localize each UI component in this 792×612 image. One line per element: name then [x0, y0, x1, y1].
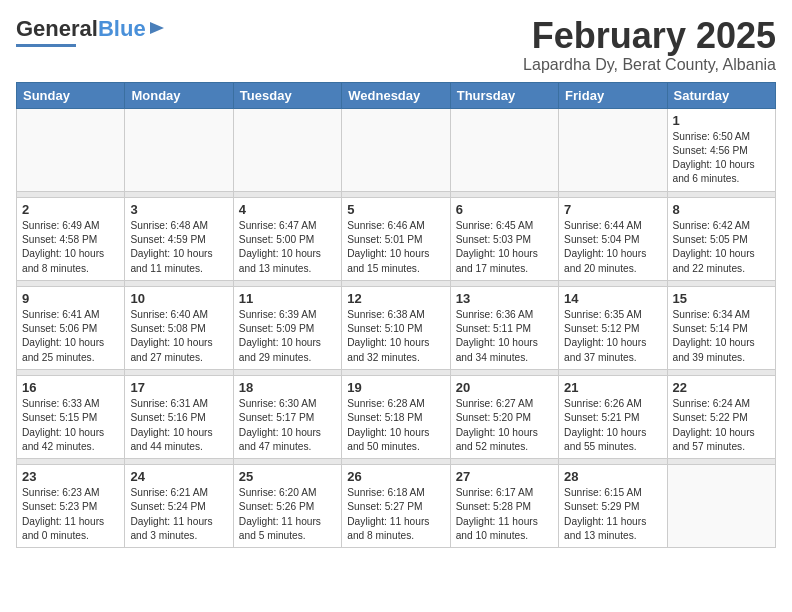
day-info: Sunrise: 6:27 AM Sunset: 5:20 PM Dayligh…	[456, 397, 553, 454]
calendar-cell	[559, 108, 667, 191]
logo-underline	[16, 44, 76, 47]
calendar-cell: 13Sunrise: 6:36 AM Sunset: 5:11 PM Dayli…	[450, 286, 558, 369]
calendar-cell: 27Sunrise: 6:17 AM Sunset: 5:28 PM Dayli…	[450, 465, 558, 548]
col-wednesday: Wednesday	[342, 82, 450, 108]
calendar-week-row: 2Sunrise: 6:49 AM Sunset: 4:58 PM Daylig…	[17, 197, 776, 280]
day-info: Sunrise: 6:21 AM Sunset: 5:24 PM Dayligh…	[130, 486, 227, 543]
day-info: Sunrise: 6:36 AM Sunset: 5:11 PM Dayligh…	[456, 308, 553, 365]
day-number: 21	[564, 380, 661, 395]
col-thursday: Thursday	[450, 82, 558, 108]
calendar-week-row: 23Sunrise: 6:23 AM Sunset: 5:23 PM Dayli…	[17, 465, 776, 548]
calendar-cell: 24Sunrise: 6:21 AM Sunset: 5:24 PM Dayli…	[125, 465, 233, 548]
calendar-cell: 14Sunrise: 6:35 AM Sunset: 5:12 PM Dayli…	[559, 286, 667, 369]
col-monday: Monday	[125, 82, 233, 108]
calendar-cell: 20Sunrise: 6:27 AM Sunset: 5:20 PM Dayli…	[450, 375, 558, 458]
day-info: Sunrise: 6:50 AM Sunset: 4:56 PM Dayligh…	[673, 130, 770, 187]
calendar-cell: 15Sunrise: 6:34 AM Sunset: 5:14 PM Dayli…	[667, 286, 775, 369]
day-info: Sunrise: 6:35 AM Sunset: 5:12 PM Dayligh…	[564, 308, 661, 365]
day-number: 23	[22, 469, 119, 484]
day-number: 22	[673, 380, 770, 395]
calendar-cell: 28Sunrise: 6:15 AM Sunset: 5:29 PM Dayli…	[559, 465, 667, 548]
day-info: Sunrise: 6:33 AM Sunset: 5:15 PM Dayligh…	[22, 397, 119, 454]
day-info: Sunrise: 6:48 AM Sunset: 4:59 PM Dayligh…	[130, 219, 227, 276]
day-number: 11	[239, 291, 336, 306]
day-number: 9	[22, 291, 119, 306]
day-number: 13	[456, 291, 553, 306]
day-info: Sunrise: 6:42 AM Sunset: 5:05 PM Dayligh…	[673, 219, 770, 276]
day-info: Sunrise: 6:24 AM Sunset: 5:22 PM Dayligh…	[673, 397, 770, 454]
col-friday: Friday	[559, 82, 667, 108]
calendar-table: Sunday Monday Tuesday Wednesday Thursday…	[16, 82, 776, 549]
calendar-header-row: Sunday Monday Tuesday Wednesday Thursday…	[17, 82, 776, 108]
calendar-week-row: 1Sunrise: 6:50 AM Sunset: 4:56 PM Daylig…	[17, 108, 776, 191]
logo: General Blue	[16, 16, 166, 47]
calendar-cell: 23Sunrise: 6:23 AM Sunset: 5:23 PM Dayli…	[17, 465, 125, 548]
day-number: 24	[130, 469, 227, 484]
day-number: 17	[130, 380, 227, 395]
day-number: 25	[239, 469, 336, 484]
calendar-cell: 21Sunrise: 6:26 AM Sunset: 5:21 PM Dayli…	[559, 375, 667, 458]
day-info: Sunrise: 6:34 AM Sunset: 5:14 PM Dayligh…	[673, 308, 770, 365]
calendar-cell: 8Sunrise: 6:42 AM Sunset: 5:05 PM Daylig…	[667, 197, 775, 280]
calendar-cell	[125, 108, 233, 191]
day-info: Sunrise: 6:47 AM Sunset: 5:00 PM Dayligh…	[239, 219, 336, 276]
day-number: 18	[239, 380, 336, 395]
calendar-cell: 11Sunrise: 6:39 AM Sunset: 5:09 PM Dayli…	[233, 286, 341, 369]
calendar-cell	[17, 108, 125, 191]
calendar-week-row: 9Sunrise: 6:41 AM Sunset: 5:06 PM Daylig…	[17, 286, 776, 369]
col-saturday: Saturday	[667, 82, 775, 108]
day-info: Sunrise: 6:30 AM Sunset: 5:17 PM Dayligh…	[239, 397, 336, 454]
day-info: Sunrise: 6:28 AM Sunset: 5:18 PM Dayligh…	[347, 397, 444, 454]
calendar-cell: 2Sunrise: 6:49 AM Sunset: 4:58 PM Daylig…	[17, 197, 125, 280]
day-number: 8	[673, 202, 770, 217]
day-info: Sunrise: 6:49 AM Sunset: 4:58 PM Dayligh…	[22, 219, 119, 276]
page-subtitle: Lapardha Dy, Berat County, Albania	[523, 56, 776, 74]
calendar-cell: 17Sunrise: 6:31 AM Sunset: 5:16 PM Dayli…	[125, 375, 233, 458]
calendar-cell: 12Sunrise: 6:38 AM Sunset: 5:10 PM Dayli…	[342, 286, 450, 369]
day-info: Sunrise: 6:45 AM Sunset: 5:03 PM Dayligh…	[456, 219, 553, 276]
day-number: 14	[564, 291, 661, 306]
calendar-cell: 9Sunrise: 6:41 AM Sunset: 5:06 PM Daylig…	[17, 286, 125, 369]
day-number: 2	[22, 202, 119, 217]
logo-arrow-icon	[148, 19, 166, 37]
day-number: 19	[347, 380, 444, 395]
day-number: 20	[456, 380, 553, 395]
day-number: 27	[456, 469, 553, 484]
day-number: 10	[130, 291, 227, 306]
day-info: Sunrise: 6:17 AM Sunset: 5:28 PM Dayligh…	[456, 486, 553, 543]
calendar-cell	[233, 108, 341, 191]
calendar-cell	[450, 108, 558, 191]
day-number: 1	[673, 113, 770, 128]
day-info: Sunrise: 6:46 AM Sunset: 5:01 PM Dayligh…	[347, 219, 444, 276]
day-info: Sunrise: 6:40 AM Sunset: 5:08 PM Dayligh…	[130, 308, 227, 365]
day-number: 26	[347, 469, 444, 484]
day-number: 5	[347, 202, 444, 217]
calendar-cell: 26Sunrise: 6:18 AM Sunset: 5:27 PM Dayli…	[342, 465, 450, 548]
day-info: Sunrise: 6:41 AM Sunset: 5:06 PM Dayligh…	[22, 308, 119, 365]
calendar-cell	[667, 465, 775, 548]
day-info: Sunrise: 6:18 AM Sunset: 5:27 PM Dayligh…	[347, 486, 444, 543]
title-block: February 2025 Lapardha Dy, Berat County,…	[523, 16, 776, 74]
day-number: 28	[564, 469, 661, 484]
day-info: Sunrise: 6:26 AM Sunset: 5:21 PM Dayligh…	[564, 397, 661, 454]
day-info: Sunrise: 6:44 AM Sunset: 5:04 PM Dayligh…	[564, 219, 661, 276]
calendar-cell	[342, 108, 450, 191]
calendar-cell: 6Sunrise: 6:45 AM Sunset: 5:03 PM Daylig…	[450, 197, 558, 280]
day-number: 15	[673, 291, 770, 306]
svg-marker-0	[150, 22, 164, 34]
page-title: February 2025	[523, 16, 776, 56]
calendar-cell: 10Sunrise: 6:40 AM Sunset: 5:08 PM Dayli…	[125, 286, 233, 369]
day-info: Sunrise: 6:20 AM Sunset: 5:26 PM Dayligh…	[239, 486, 336, 543]
day-info: Sunrise: 6:15 AM Sunset: 5:29 PM Dayligh…	[564, 486, 661, 543]
day-info: Sunrise: 6:31 AM Sunset: 5:16 PM Dayligh…	[130, 397, 227, 454]
col-tuesday: Tuesday	[233, 82, 341, 108]
page-header: General Blue February 2025 Lapardha Dy, …	[16, 16, 776, 74]
calendar-cell: 22Sunrise: 6:24 AM Sunset: 5:22 PM Dayli…	[667, 375, 775, 458]
calendar-cell: 3Sunrise: 6:48 AM Sunset: 4:59 PM Daylig…	[125, 197, 233, 280]
calendar-cell: 25Sunrise: 6:20 AM Sunset: 5:26 PM Dayli…	[233, 465, 341, 548]
day-number: 3	[130, 202, 227, 217]
day-info: Sunrise: 6:38 AM Sunset: 5:10 PM Dayligh…	[347, 308, 444, 365]
day-info: Sunrise: 6:23 AM Sunset: 5:23 PM Dayligh…	[22, 486, 119, 543]
col-sunday: Sunday	[17, 82, 125, 108]
logo-text-general: General	[16, 16, 98, 42]
